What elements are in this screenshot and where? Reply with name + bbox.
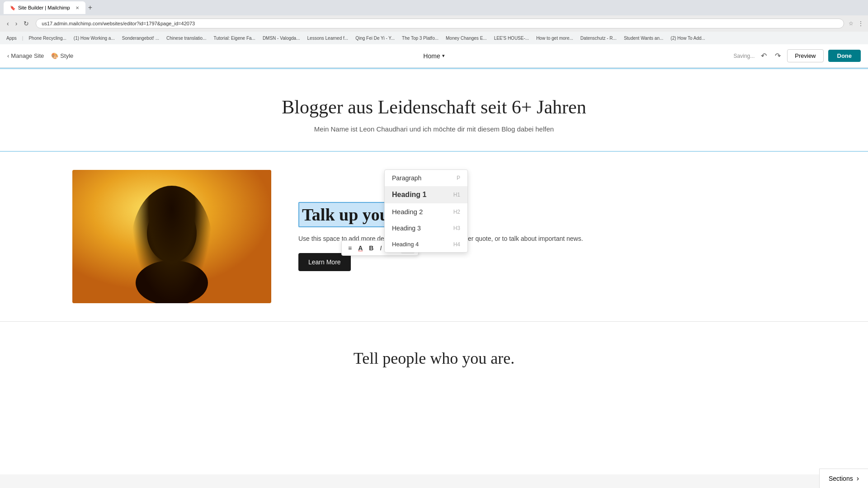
app-topbar: ‹ Manage Site 🎨 Style Home ▾ Saving... ↶… — [0, 44, 868, 68]
svg-rect-2 — [165, 258, 179, 276]
bookmark-3[interactable]: Sonderangebot! ... — [120, 35, 161, 42]
hero-section: Blogger aus Leidenschaft seit 6+ Jahren … — [0, 69, 868, 152]
redo-button[interactable]: ↷ — [773, 50, 783, 62]
preview-button[interactable]: Preview — [787, 49, 823, 62]
bookmark-11[interactable]: LEE'S HOUSE-... — [492, 35, 531, 42]
refresh-button[interactable]: ↻ — [21, 19, 31, 28]
bookmark-1[interactable]: Phone Recycling... — [27, 35, 68, 42]
undo-button[interactable]: ↶ — [759, 50, 769, 62]
svg-point-1 — [147, 204, 197, 263]
bookmark-13[interactable]: Datenschutz - R... — [579, 35, 618, 42]
bold-button[interactable]: B — [366, 243, 376, 253]
bookmark-5[interactable]: Tutorial: Eigene Fa... — [212, 35, 257, 42]
bookmark-2[interactable]: (1) How Working a... — [72, 35, 117, 42]
style-link[interactable]: 🎨 Style — [51, 52, 73, 59]
dropdown-h2[interactable]: Heading 2 H2 — [385, 203, 467, 220]
style-icon: 🎨 — [51, 52, 58, 59]
sections-panel[interactable]: Sections › — [819, 469, 868, 474]
nav-buttons: ‹ › ↻ — [5, 19, 31, 28]
browser-url-bar: ‹ › ↻ ☆ ⋮ — [0, 15, 868, 32]
h4-label: Heading 4 — [392, 241, 419, 248]
svg-point-4 — [161, 238, 165, 242]
h1-label: Heading 1 — [392, 191, 426, 199]
done-button[interactable]: Done — [828, 50, 861, 62]
menu-icon[interactable]: ⋮ — [858, 20, 863, 27]
bookmark-15[interactable]: (2) How To Add... — [669, 35, 707, 42]
bottom-section: Tell people who you are. — [0, 321, 868, 395]
dropdown-h1[interactable]: Heading 1 H1 — [385, 186, 467, 203]
bold-icon: B — [369, 244, 373, 252]
bookmark-apps[interactable]: Apps — [5, 35, 19, 42]
svg-point-3 — [136, 260, 208, 303]
dropdown-paragraph[interactable]: Paragraph P — [385, 170, 467, 186]
svg-rect-0 — [72, 170, 271, 303]
tab-title: Site Builder | Mailchimp — [18, 5, 70, 10]
manage-site-link[interactable]: ‹ Manage Site — [7, 52, 44, 59]
topbar-right: Saving... ↶ ↷ Preview Done — [445, 49, 861, 62]
bookmark-14[interactable]: Student Wants an... — [622, 35, 665, 42]
content-text-area: Talk up your brand. Use this space to ad… — [298, 202, 796, 271]
dropdown-h3[interactable]: Heading 3 H3 — [385, 220, 467, 236]
manage-site-label: Manage Site — [11, 52, 44, 59]
star-icon[interactable]: ☆ — [849, 20, 854, 27]
color-icon: A — [358, 244, 363, 252]
content-image — [72, 170, 271, 303]
topbar-left: ‹ Manage Site 🎨 Style — [7, 52, 423, 59]
h3-label: Heading 3 — [392, 225, 421, 232]
hero-subtitle[interactable]: Mein Name ist Leon Chaudhari und ich möc… — [276, 125, 592, 133]
bookmark-7[interactable]: Lessons Learned f... — [306, 35, 350, 42]
svg-point-7 — [179, 236, 181, 239]
heading-dropdown: Paragraph P Heading 1 H1 Heading 2 H2 He… — [384, 169, 468, 253]
bookmarks-bar: Apps | Phone Recycling... (1) How Workin… — [0, 32, 868, 44]
page-canvas: Blogger aus Leidenschaft seit 6+ Jahren … — [0, 68, 868, 474]
tab-close-icon[interactable]: ✕ — [75, 5, 79, 10]
paragraph-label: Paragraph — [392, 174, 421, 182]
back-button[interactable]: ‹ — [5, 19, 11, 28]
h2-label: Heading 2 — [392, 208, 423, 216]
bookmark-4[interactable]: Chinese translatio... — [165, 35, 208, 42]
new-tab-button[interactable]: + — [88, 4, 92, 12]
italic-icon: I — [380, 244, 382, 252]
forward-button[interactable]: › — [13, 19, 20, 28]
hero-title[interactable]: Blogger aus Leidenschaft seit 6+ Jahren — [18, 96, 850, 118]
bookmark-12[interactable]: How to get more... — [534, 35, 575, 42]
italic-button[interactable]: I — [377, 243, 384, 253]
bookmark-9[interactable]: The Top 3 Platfo... — [400, 35, 440, 42]
svg-point-6 — [173, 234, 176, 237]
dropdown-h4[interactable]: Heading 4 H4 — [385, 236, 467, 252]
h1-shortcut: H1 — [453, 192, 460, 198]
h2-shortcut: H2 — [453, 209, 460, 215]
bookmark-10[interactable]: Money Changes E... — [444, 35, 489, 42]
url-input[interactable] — [36, 19, 844, 28]
bottom-title[interactable]: Tell people who you are. — [18, 349, 850, 368]
page-label: Home — [423, 52, 440, 60]
color-button[interactable]: A — [355, 243, 365, 253]
h3-shortcut: H3 — [453, 225, 460, 231]
saving-status: Saving... — [734, 53, 755, 59]
svg-point-5 — [166, 235, 169, 238]
bookmark-8[interactable]: Qing Fei De Yi - Y... — [354, 35, 396, 42]
align-button[interactable]: ≡ — [345, 243, 354, 253]
back-arrow-icon: ‹ — [7, 52, 9, 59]
paragraph-shortcut: P — [457, 175, 460, 181]
topbar-center: Home ▾ — [423, 52, 444, 60]
content-image-svg — [72, 170, 271, 303]
page-selector[interactable]: Home ▾ — [423, 52, 444, 60]
svg-point-8 — [159, 242, 162, 245]
h4-shortcut: H4 — [453, 241, 460, 248]
align-icon: ≡ — [348, 244, 352, 252]
style-label: Style — [60, 52, 73, 59]
bookmark-6[interactable]: DMSN - Valogda... — [261, 35, 302, 42]
browser-tab-bar: 🔖 Site Builder | Mailchimp ✕ + — [0, 0, 868, 15]
active-browser-tab[interactable]: 🔖 Site Builder | Mailchimp ✕ — [4, 1, 85, 14]
